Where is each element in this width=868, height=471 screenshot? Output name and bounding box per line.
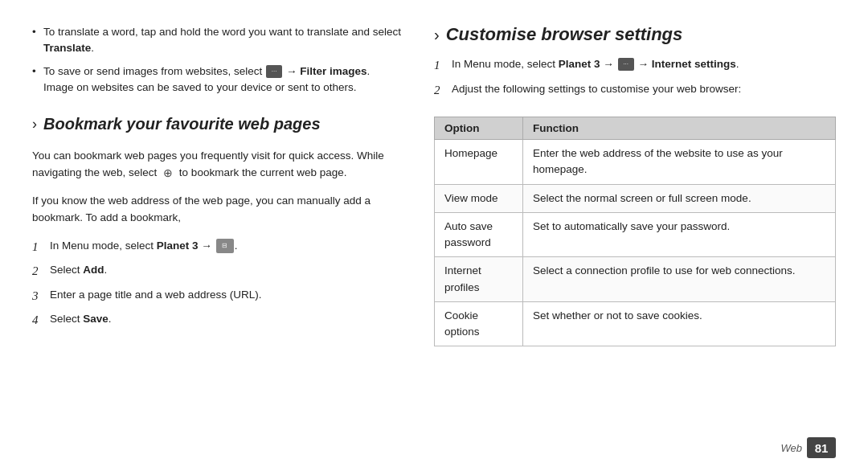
bookmark-section-heading: › Bookmark your favourite web pages (32, 115, 402, 133)
right-step-num-2: 2 (434, 81, 445, 100)
customise-step-2: 2 Adjust the following settings to custo… (434, 81, 836, 100)
bullet-translate: To translate a word, tap and hold the wo… (32, 24, 402, 57)
table-row: Homepage Enter the web address of the we… (435, 140, 836, 185)
bookmark-heading: Bookmark your favourite web pages (43, 115, 321, 133)
right-step-num-1: 1 (434, 56, 445, 75)
planet3-bookmark-icon: ⊟ (216, 239, 234, 253)
right-column: › Customise browser settings 1 In Menu m… (434, 24, 836, 447)
table-cell-option-viewmode: View mode (435, 184, 523, 212)
table-cell-option-internet: Internet profiles (435, 257, 523, 302)
page-number-badge: 81 (807, 437, 836, 458)
bullet-list: To translate a word, tap and hold the wo… (32, 24, 402, 96)
bookmark-step-2: 2 Select Add. (32, 262, 402, 281)
step-3-text: Enter a page title and a web address (UR… (50, 287, 402, 303)
table-cell-option-autosave: Auto save password (435, 212, 523, 257)
table-row: Auto save password Set to automatically … (435, 212, 836, 257)
customise-section-heading: › Customise browser settings (434, 24, 836, 45)
right-step-1-text: In Menu mode, select Planet 3 → ··· → In… (452, 56, 836, 72)
bookmark-step-4: 4 Select Save. (32, 311, 402, 330)
menu-icon: ··· (266, 65, 282, 78)
bullet-translate-text: To translate a word, tap and hold the wo… (43, 26, 401, 54)
bookmark-chevron-icon: › (32, 116, 37, 133)
customise-step-1: 1 In Menu mode, select Planet 3 → ··· → … (434, 56, 836, 75)
page-container: To translate a word, tap and hold the wo… (0, 0, 868, 471)
table-cell-function-homepage: Enter the web address of the website to … (523, 140, 836, 185)
step-num-2: 2 (32, 262, 43, 281)
table-cell-option-cookie: Cookie options (435, 301, 523, 346)
bullet-save-text: To save or send images from websites, se… (43, 65, 370, 93)
step-num-3: 3 (32, 287, 43, 305)
footer-label: Web (781, 442, 803, 454)
bookmark-step-1: 1 In Menu mode, select Planet 3 → ⊟. (32, 238, 402, 256)
table-cell-function-internet: Select a connection profile to use for w… (523, 257, 836, 302)
table-cell-function-autosave: Set to automatically save your password. (523, 212, 836, 257)
bookmark-intro2: If you know the web address of the web p… (32, 193, 402, 227)
table-cell-function-cookie: Set whether or not to save cookies. (523, 301, 836, 346)
customise-chevron-icon: › (434, 26, 440, 44)
page-footer: Web 81 (781, 437, 837, 458)
menu-dots-icon: ··· (618, 58, 634, 71)
step-num-4: 4 (32, 311, 43, 330)
step-1-text: In Menu mode, select Planet 3 → ⊟. (50, 238, 402, 254)
page-number: 81 (815, 441, 829, 455)
table-cell-option-homepage: Homepage (435, 140, 523, 185)
bookmark-steps: 1 In Menu mode, select Planet 3 → ⊟. 2 S… (32, 238, 402, 330)
bookmark-intro1: You can bookmark web pages you frequentl… (32, 148, 402, 182)
settings-table: Option Function Homepage Enter the web a… (434, 117, 836, 346)
table-row: Cookie options Set whether or not to sav… (435, 301, 836, 346)
table-cell-function-viewmode: Select the normal screen or full screen … (523, 184, 836, 212)
step-2-text: Select Add. (50, 262, 402, 278)
customise-steps: 1 In Menu mode, select Planet 3 → ··· → … (434, 56, 836, 99)
bookmark-step-3: 3 Enter a page title and a web address (… (32, 287, 402, 305)
table-header-function: Function (523, 117, 836, 140)
bookmark-nav-icon: ⊕ (161, 166, 175, 180)
left-column: To translate a word, tap and hold the wo… (32, 24, 402, 447)
right-step-2-text: Adjust the following settings to customi… (452, 81, 836, 97)
customise-heading: Customise browser settings (446, 24, 683, 45)
table-row: View mode Select the normal screen or fu… (435, 184, 836, 212)
bullet-save: To save or send images from websites, se… (32, 63, 402, 96)
step-4-text: Select Save. (50, 311, 402, 327)
table-header-option: Option (435, 117, 523, 140)
table-row: Internet profiles Select a connection pr… (435, 257, 836, 302)
step-num-1: 1 (32, 238, 43, 256)
table-header-row: Option Function (435, 117, 836, 140)
